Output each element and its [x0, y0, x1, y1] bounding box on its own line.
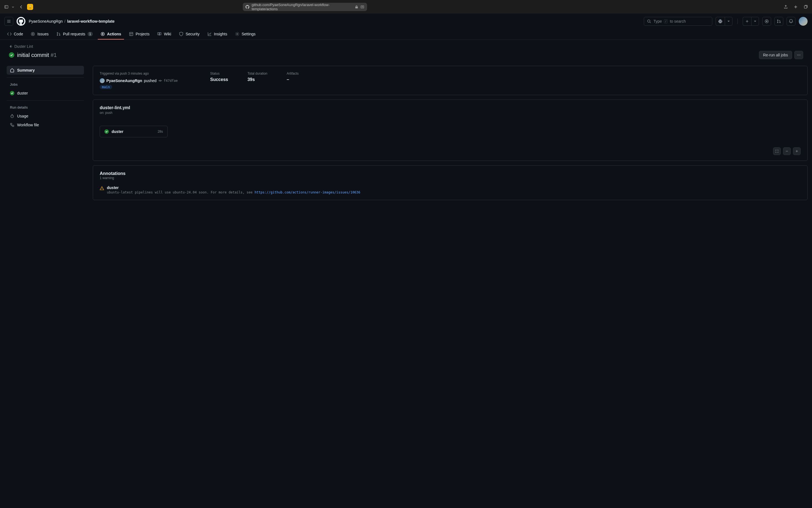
- play-icon: [100, 32, 105, 36]
- reader-icon[interactable]: [361, 5, 364, 9]
- svg-rect-2: [361, 5, 364, 8]
- jobs-heading: Jobs: [7, 80, 84, 89]
- tab-settings[interactable]: Settings: [232, 29, 258, 40]
- svg-rect-5: [804, 6, 807, 8]
- github-icon: [245, 5, 249, 9]
- tab-projects[interactable]: Projects: [126, 29, 152, 40]
- url-bar[interactable]: github.com/PyaeSoneAungRgn/laravel-workf…: [243, 3, 367, 11]
- divider: [7, 77, 84, 78]
- create-button[interactable]: [743, 17, 751, 26]
- tab-wiki[interactable]: Wiki: [154, 29, 174, 40]
- arrow-left-icon: [9, 44, 13, 48]
- github-logo[interactable]: [16, 17, 26, 26]
- stopwatch-icon: [10, 114, 14, 118]
- rerun-button[interactable]: Re-run all jobs: [759, 51, 792, 59]
- tab-code[interactable]: Code: [4, 29, 26, 40]
- pr-icon: [56, 32, 61, 36]
- svg-rect-27: [12, 125, 14, 127]
- svg-rect-0: [5, 5, 8, 8]
- status-success-icon: [9, 52, 14, 58]
- graph-icon: [207, 32, 212, 36]
- bookmark-emoji[interactable]: 🔒: [27, 4, 33, 10]
- plus-icon[interactable]: [793, 4, 798, 9]
- copilot-button[interactable]: [716, 17, 725, 26]
- annotation-item[interactable]: duster ubuntu-latest pipelines will use …: [100, 185, 801, 194]
- run-title: initial commit #1: [17, 52, 57, 58]
- page-header: Duster Lint initial commit #1 Re-run all…: [0, 40, 812, 61]
- owner-link[interactable]: PyaeSoneAungRgn: [29, 19, 63, 24]
- commit-sha[interactable]: f47dfae: [164, 79, 178, 83]
- run-details-heading: Run details: [7, 103, 84, 112]
- notifications-button[interactable]: [786, 17, 796, 26]
- workflow-name: duster-lint.yml: [100, 105, 801, 110]
- duration-value: 39s: [247, 77, 267, 82]
- copilot-dropdown[interactable]: [725, 17, 732, 26]
- tab-security[interactable]: Security: [176, 29, 202, 40]
- artifacts-label: Artifacts: [287, 72, 298, 76]
- tab-pull-requests[interactable]: Pull requests 1: [54, 29, 96, 40]
- repo-link[interactable]: laravel-workflow-template: [67, 19, 114, 24]
- svg-point-22: [797, 55, 798, 55]
- sidebar-icon[interactable]: [4, 4, 9, 9]
- tab-issues[interactable]: Issues: [28, 29, 51, 40]
- home-icon: [10, 68, 14, 73]
- actor-avatar[interactable]: [100, 78, 105, 83]
- avatar[interactable]: [799, 17, 808, 26]
- fullscreen-button[interactable]: [773, 147, 781, 155]
- svg-rect-18: [130, 32, 133, 36]
- create-dropdown[interactable]: [751, 17, 759, 26]
- more-button[interactable]: [794, 51, 803, 59]
- workflow-card: duster-lint.yml on: push duster 28s: [93, 99, 808, 161]
- plus-icon: [795, 150, 799, 153]
- pr-count: 1: [88, 32, 93, 36]
- warning-icon: [100, 186, 104, 190]
- annotations-count: 1 warning: [100, 176, 801, 180]
- browser-chrome: 🔒 github.com/PyaeSoneAungRgn/laravel-wor…: [0, 0, 812, 13]
- workflow-trigger: on: push: [100, 111, 801, 115]
- actor-name[interactable]: PyaeSoneAungRgn: [106, 79, 142, 83]
- zoom-in-button[interactable]: [793, 147, 801, 155]
- svg-point-21: [237, 34, 238, 35]
- sidebar-job-duster[interactable]: duster: [7, 89, 84, 97]
- shield-icon: [179, 32, 183, 36]
- sidebar-item-workflow-file[interactable]: Workflow file: [7, 121, 84, 129]
- projects-icon: [129, 32, 133, 36]
- issues-button[interactable]: [762, 17, 771, 26]
- svg-point-10: [777, 22, 778, 23]
- chevron-down-icon[interactable]: [10, 4, 15, 9]
- zoom-out-button[interactable]: [783, 147, 791, 155]
- book-icon: [157, 32, 161, 36]
- breadcrumb: PyaeSoneAungRgn / laravel-workflow-templ…: [29, 19, 114, 24]
- status-value: Success: [210, 77, 228, 82]
- duration-label: Total duration: [247, 72, 267, 76]
- annotations-card: Annotations 1 warning duster ubuntu-late…: [93, 165, 808, 200]
- search-icon: [647, 19, 651, 24]
- job-time: 28s: [158, 130, 163, 133]
- svg-point-16: [59, 35, 60, 36]
- svg-point-23: [799, 55, 799, 55]
- annotation-link[interactable]: https://github.com/actions/runner-images…: [255, 190, 361, 194]
- tab-actions[interactable]: Actions: [98, 29, 124, 40]
- sidebar-item-summary[interactable]: Summary: [7, 66, 84, 75]
- commit-icon: [158, 79, 162, 83]
- job-card-duster[interactable]: duster 28s: [100, 126, 168, 137]
- tab-insights[interactable]: Insights: [205, 29, 230, 40]
- share-icon[interactable]: [783, 4, 788, 9]
- svg-point-15: [57, 35, 58, 36]
- sidebar-item-usage[interactable]: Usage: [7, 112, 84, 121]
- job-name: duster: [111, 129, 155, 134]
- search-input[interactable]: Type / to search: [644, 17, 712, 26]
- code-icon: [7, 32, 12, 36]
- back-link[interactable]: Duster Lint: [9, 44, 803, 49]
- back-icon[interactable]: [19, 4, 24, 9]
- status-success-icon: [104, 129, 109, 134]
- branch-tag[interactable]: main: [100, 85, 112, 89]
- svg-point-6: [648, 20, 650, 23]
- workflow-icon: [10, 123, 14, 127]
- hamburger-button[interactable]: [4, 17, 13, 26]
- breadcrumb-separator: /: [64, 19, 65, 24]
- tabs-icon[interactable]: [803, 4, 808, 9]
- annotations-title: Annotations: [100, 171, 801, 176]
- prs-button[interactable]: [774, 17, 783, 26]
- svg-point-28: [160, 80, 161, 81]
